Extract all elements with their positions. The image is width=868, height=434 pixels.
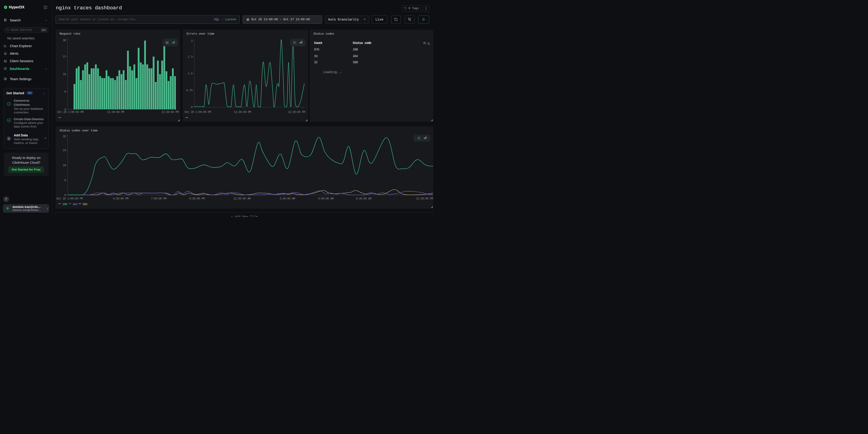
svg-text:12:30:00 PM: 12:30:00 PM bbox=[161, 111, 179, 114]
svg-text:16: 16 bbox=[63, 164, 66, 167]
svg-text:32: 32 bbox=[63, 135, 66, 138]
svg-text:2.3: 2.3 bbox=[188, 55, 192, 59]
svg-text:0: 0 bbox=[64, 193, 66, 197]
svg-text:18: 18 bbox=[63, 73, 66, 76]
svg-text:11:30:00 PM: 11:30:00 PM bbox=[107, 111, 124, 114]
svg-text:7:00:00 PM: 7:00:00 PM bbox=[151, 197, 166, 200]
svg-text:12:30:00 PM: 12:30:00 PM bbox=[416, 197, 433, 200]
svg-text:4:30:00 PM: 4:30:00 PM bbox=[113, 197, 128, 200]
svg-text:0: 0 bbox=[191, 106, 192, 109]
svg-text:11:30:00 PM: 11:30:00 PM bbox=[234, 111, 251, 114]
svg-text:8:30:00 AM: 8:30:00 AM bbox=[356, 197, 371, 200]
svg-text:200: 200 bbox=[62, 203, 67, 206]
svg-text:3: 3 bbox=[191, 39, 192, 43]
svg-text:9:30:00 PM: 9:30:00 PM bbox=[189, 197, 205, 200]
svg-text:0.75: 0.75 bbox=[186, 89, 192, 92]
svg-text:Oct 26 1:00:00 PM: Oct 26 1:00:00 PM bbox=[57, 111, 84, 114]
svg-text:3:30:00 AM: 3:30:00 AM bbox=[279, 197, 295, 200]
svg-text:12:30:00 PM: 12:30:00 PM bbox=[288, 111, 305, 114]
svg-text:8: 8 bbox=[64, 179, 66, 182]
svg-text:12:30:00 AM: 12:30:00 AM bbox=[234, 197, 250, 200]
svg-text:Oct 26 1:00:00 PM: Oct 26 1:00:00 PM bbox=[56, 197, 83, 200]
svg-text:500: 500 bbox=[83, 203, 87, 206]
svg-text:36: 36 bbox=[63, 39, 66, 42]
svg-text:24: 24 bbox=[63, 149, 66, 152]
svg-text:6:00:00 AM: 6:00:00 AM bbox=[318, 197, 333, 200]
svg-text:Oct 26 1:00:00 PM: Oct 26 1:00:00 PM bbox=[184, 111, 211, 114]
svg-text:1.5: 1.5 bbox=[188, 72, 192, 75]
svg-text:404: 404 bbox=[72, 203, 78, 206]
svg-text:9: 9 bbox=[64, 90, 66, 94]
svg-text:27: 27 bbox=[63, 55, 66, 59]
